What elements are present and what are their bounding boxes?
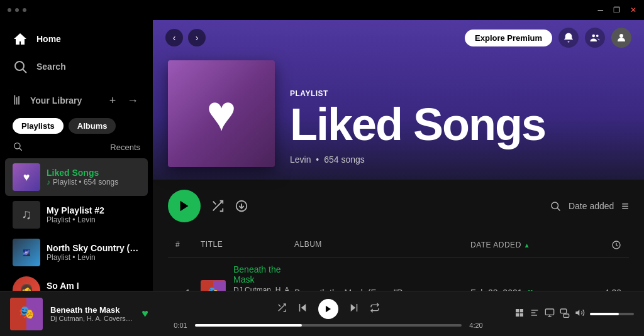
date-added-label[interactable]: Date added bbox=[569, 201, 614, 211]
app-body: Home Search Your Library + → Play bbox=[0, 20, 644, 291]
filter-albums-button[interactable]: Albums bbox=[69, 118, 116, 134]
library-item-my-playlist-2[interactable]: ♫ My Playlist #2 Playlist • Levin bbox=[5, 196, 148, 234]
now-playing-title: Beneath the Mask bbox=[50, 305, 134, 315]
search-icon bbox=[13, 59, 28, 74]
shuffle-button[interactable] bbox=[211, 199, 225, 213]
svg-rect-27 bbox=[299, 304, 301, 312]
recents-label[interactable]: Recents bbox=[110, 143, 140, 152]
svg-marker-10 bbox=[180, 201, 189, 212]
track-name-1: Beneath the Mask bbox=[233, 264, 294, 285]
liked-songs-info: Liked Songs ♪ Playlist • 654 songs bbox=[47, 168, 140, 187]
liked-songs-sub: ♪ Playlist • 654 songs bbox=[47, 178, 140, 187]
forward-button[interactable]: › bbox=[188, 29, 206, 46]
player-repeat-button[interactable] bbox=[370, 303, 380, 315]
library-item-north-sky[interactable]: 🌌 North Sky Country (In-Game) Playlist •… bbox=[5, 234, 148, 271]
playlist-type: Playlist bbox=[290, 89, 629, 98]
filter-playlists-button[interactable]: Playlists bbox=[13, 118, 64, 134]
library-label: Your Library bbox=[30, 95, 82, 106]
close-button[interactable]: ✕ bbox=[630, 6, 636, 14]
back-button[interactable]: ‹ bbox=[165, 29, 183, 46]
nav-arrows: ‹ › bbox=[165, 29, 206, 46]
playlist-song-count: 654 songs bbox=[324, 154, 365, 165]
player-controls bbox=[277, 299, 380, 319]
now-playing-heart[interactable]: ♥ bbox=[142, 307, 148, 320]
lyrics-button[interactable] bbox=[530, 308, 540, 320]
playlist-owner: Levin bbox=[290, 154, 311, 165]
volume-bar[interactable] bbox=[590, 313, 634, 315]
user-button[interactable] bbox=[611, 28, 631, 48]
play-large-button[interactable] bbox=[168, 190, 201, 222]
svg-rect-2 bbox=[14, 95, 16, 104]
library-list: ♥ Liked Songs ♪ Playlist • 654 songs ♫ M… bbox=[0, 156, 153, 291]
progress-bar[interactable] bbox=[195, 324, 462, 327]
my-playlist-2-thumb: ♫ bbox=[13, 201, 40, 229]
sidebar-item-home[interactable]: Home bbox=[0, 25, 153, 53]
dot-2 bbox=[15, 8, 19, 12]
bell-button[interactable] bbox=[558, 28, 579, 48]
so-am-i-thumb: 👩 bbox=[13, 276, 40, 291]
now-playing-panel-button[interactable] bbox=[514, 308, 525, 320]
sidebar-item-search[interactable]: Search bbox=[0, 53, 153, 80]
queue-button[interactable] bbox=[545, 308, 555, 320]
track-thumb-bg-1: 🎭 bbox=[201, 280, 226, 291]
filter-buttons: Playlists Albums bbox=[0, 113, 153, 139]
people-button[interactable] bbox=[585, 28, 605, 48]
sidebar-library-header: Your Library + → bbox=[0, 88, 153, 113]
explore-premium-button[interactable]: Explore Premium bbox=[465, 30, 552, 46]
volume-bar-fill bbox=[590, 313, 619, 315]
minimize-button[interactable]: ─ bbox=[597, 6, 603, 14]
liked-songs-name: Liked Songs bbox=[47, 168, 140, 178]
track-artists-1: DJ Cutman, H. A. Covers, GameChops, Do..… bbox=[233, 286, 294, 291]
col-duration-header bbox=[584, 235, 621, 255]
svg-point-15 bbox=[552, 202, 558, 209]
library-item-so-am-i[interactable]: 👩 So Am I Album • Kurt Hugo Schneider bbox=[5, 271, 148, 291]
my-playlist-2-sub: Playlist • Levin bbox=[47, 215, 140, 224]
svg-marker-26 bbox=[301, 304, 306, 312]
player-right bbox=[508, 308, 634, 320]
north-sky-thumb: 🌌 bbox=[13, 239, 40, 266]
download-button[interactable] bbox=[235, 199, 248, 213]
sidebar-search-label: Search bbox=[36, 62, 66, 72]
volume-icon-button[interactable] bbox=[575, 308, 585, 320]
table-search-button[interactable] bbox=[550, 200, 561, 212]
so-am-i-info: So Am I Album • Kurt Hugo Schneider bbox=[47, 281, 140, 291]
svg-line-16 bbox=[557, 208, 560, 210]
title-bar-controls: ─ ❐ ✕ bbox=[597, 6, 636, 14]
library-add-button[interactable]: + bbox=[105, 93, 120, 108]
library-actions: + → bbox=[105, 93, 140, 108]
svg-text:🎭: 🎭 bbox=[208, 286, 219, 291]
library-search-icon[interactable] bbox=[13, 141, 23, 153]
svg-rect-34 bbox=[520, 313, 523, 316]
list-view-button[interactable]: ≡ bbox=[621, 199, 629, 214]
library-title[interactable]: Your Library bbox=[13, 94, 105, 108]
maximize-button[interactable]: ❐ bbox=[613, 6, 620, 14]
svg-marker-43 bbox=[575, 310, 579, 315]
player-play-button[interactable] bbox=[318, 299, 338, 319]
main-content: ‹ › Explore Premium bbox=[153, 20, 644, 291]
library-expand-button[interactable]: → bbox=[125, 93, 140, 108]
player-next-button[interactable] bbox=[348, 302, 360, 316]
current-time: 0:01 bbox=[171, 322, 190, 329]
col-num-header: # bbox=[175, 235, 201, 255]
north-sky-name: North Sky Country (In-Game) bbox=[47, 243, 140, 253]
sidebar: Home Search Your Library + → Play bbox=[0, 20, 153, 291]
svg-point-0 bbox=[15, 62, 24, 70]
svg-rect-4 bbox=[18, 96, 19, 104]
svg-rect-42 bbox=[564, 314, 569, 317]
svg-rect-41 bbox=[560, 309, 566, 313]
playlist-hero: ♥ Playlist Liked Songs Levin • 654 songs bbox=[153, 48, 644, 180]
svg-point-7 bbox=[592, 35, 596, 38]
devices-button[interactable] bbox=[560, 308, 570, 320]
library-item-liked-songs[interactable]: ♥ Liked Songs ♪ Playlist • 654 songs bbox=[5, 158, 148, 196]
controls-right: Date added ≡ bbox=[550, 199, 629, 214]
player-prev-button[interactable] bbox=[297, 302, 308, 316]
col-date-header[interactable]: Date added ▲ bbox=[470, 235, 584, 255]
player-shuffle-button[interactable] bbox=[277, 303, 287, 315]
north-sky-sub: Playlist • Levin bbox=[47, 253, 140, 262]
svg-text:🎭: 🎭 bbox=[19, 305, 35, 320]
home-icon bbox=[13, 31, 28, 46]
svg-rect-38 bbox=[545, 309, 553, 315]
table-row[interactable]: 1 🎭 Beneath the Mask DJ Cut bbox=[168, 261, 629, 291]
progress-bar-fill bbox=[195, 324, 302, 327]
now-playing: 🎭 Beneath the Mask Dj Cutman, H. A. Cove… bbox=[10, 298, 148, 330]
